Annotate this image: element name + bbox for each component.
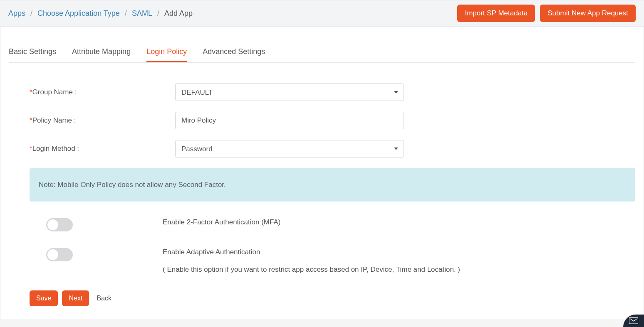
form-row-group-name: *Group Name : DEFAULT [30,84,635,101]
breadcrumb-choose-app-type[interactable]: Choose Application Type [37,9,120,18]
policy-name-label: *Policy Name : [30,116,175,125]
breadcrumb-sep: / [30,9,32,18]
login-method-select[interactable]: Password [175,140,404,157]
submit-new-app-request-button[interactable]: Submit New App Request [540,5,636,22]
toggle-knob [47,219,58,230]
breadcrumb-sep: / [157,9,159,18]
login-method-label: *Login Method : [30,145,175,153]
tab-advanced-settings[interactable]: Advanced Settings [203,47,265,62]
toggle-row-adaptive: Enable Adaptive Authentication ( Enable … [30,248,635,274]
group-name-select[interactable]: DEFAULT [175,84,404,101]
note-box: Note: Mobile Only Policy does not allow … [30,168,635,202]
main-content: Basic Settings Attribute Mapping Login P… [1,27,643,319]
adaptive-toggle[interactable] [46,248,73,261]
header-actions: Import SP Metadata Submit New App Reques… [457,5,636,22]
toggle-knob [47,249,58,260]
breadcrumb-saml[interactable]: SAML [132,9,152,18]
group-name-label-text: Group Name : [32,88,77,96]
tab-login-policy[interactable]: Login Policy [146,47,187,62]
breadcrumb: Apps / Choose Application Type / SAML / … [8,9,193,18]
group-name-label: *Group Name : [30,88,175,96]
tabs: Basic Settings Attribute Mapping Login P… [9,27,635,63]
breadcrumb-apps[interactable]: Apps [8,9,25,18]
footer-actions: Save Next Back [30,290,635,306]
adaptive-toggle-label: Enable Adaptive Authentication [163,248,460,256]
adaptive-toggle-sub: ( Enable this option if you want to rest… [163,266,460,274]
next-button[interactable]: Next [62,290,89,306]
breadcrumb-current: Add App [164,9,193,18]
mfa-toggle-label: Enable 2-Factor Authentication (MFA) [163,218,280,226]
form-area: *Group Name : DEFAULT *Policy Name : *Lo… [9,63,635,306]
tab-attribute-mapping[interactable]: Attribute Mapping [72,47,131,62]
header-bar: Apps / Choose Application Type / SAML / … [0,0,644,27]
toggle-row-mfa: Enable 2-Factor Authentication (MFA) [30,218,635,231]
breadcrumb-sep: / [125,9,127,18]
login-method-label-text: Login Method : [32,145,79,152]
policy-name-label-text: Policy Name : [32,116,76,124]
back-button[interactable]: Back [93,290,115,306]
form-row-login-method: *Login Method : Password [30,140,635,157]
save-button[interactable]: Save [30,290,58,306]
form-row-policy-name: *Policy Name : [30,112,635,129]
mfa-toggle[interactable] [46,218,73,231]
policy-name-input[interactable] [175,112,404,129]
tab-basic-settings[interactable]: Basic Settings [9,47,56,62]
import-sp-metadata-button[interactable]: Import SP Metadata [457,5,535,22]
mail-icon [629,317,638,319]
